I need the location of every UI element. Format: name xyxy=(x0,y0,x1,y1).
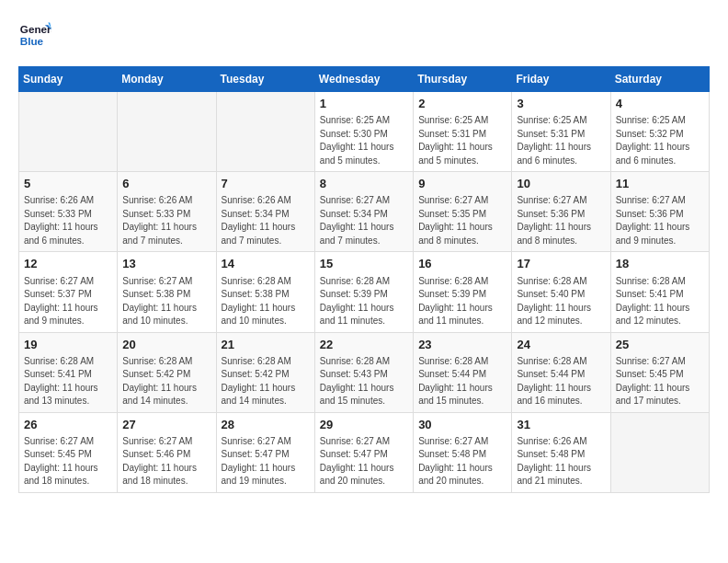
day-info: Sunrise: 6:27 AM Sunset: 5:36 PM Dayligh… xyxy=(517,194,605,247)
day-number: 17 xyxy=(517,256,605,272)
day-number: 21 xyxy=(222,337,310,353)
weekday-header-monday: Monday xyxy=(118,67,216,92)
day-info: Sunrise: 6:28 AM Sunset: 5:38 PM Dayligh… xyxy=(222,275,310,328)
day-info: Sunrise: 6:27 AM Sunset: 5:47 PM Dayligh… xyxy=(222,435,310,488)
calendar-cell: 8Sunrise: 6:27 AM Sunset: 5:34 PM Daylig… xyxy=(314,172,413,252)
weekday-header-thursday: Thursday xyxy=(414,67,512,92)
day-info: Sunrise: 6:27 AM Sunset: 5:37 PM Dayligh… xyxy=(24,275,112,328)
calendar-cell: 14Sunrise: 6:28 AM Sunset: 5:38 PM Dayli… xyxy=(216,252,314,332)
weekday-header-saturday: Saturday xyxy=(610,67,709,92)
calendar-week-1: 1Sunrise: 6:25 AM Sunset: 5:30 PM Daylig… xyxy=(19,92,710,172)
day-info: Sunrise: 6:28 AM Sunset: 5:44 PM Dayligh… xyxy=(418,355,506,408)
logo: General Blue xyxy=(18,18,55,52)
calendar-cell: 1Sunrise: 6:25 AM Sunset: 5:30 PM Daylig… xyxy=(314,92,413,172)
day-info: Sunrise: 6:27 AM Sunset: 5:46 PM Dayligh… xyxy=(122,435,210,488)
day-info: Sunrise: 6:25 AM Sunset: 5:31 PM Dayligh… xyxy=(517,114,605,167)
day-number: 15 xyxy=(320,256,408,272)
day-number: 16 xyxy=(418,256,506,272)
calendar-cell: 18Sunrise: 6:28 AM Sunset: 5:41 PM Dayli… xyxy=(610,252,709,332)
calendar-cell: 17Sunrise: 6:28 AM Sunset: 5:40 PM Dayli… xyxy=(512,252,610,332)
day-number: 1 xyxy=(320,96,408,112)
day-number: 7 xyxy=(222,176,310,192)
weekday-header-friday: Friday xyxy=(512,67,610,92)
calendar-cell: 24Sunrise: 6:28 AM Sunset: 5:44 PM Dayli… xyxy=(512,332,610,412)
calendar-cell: 7Sunrise: 6:26 AM Sunset: 5:34 PM Daylig… xyxy=(216,172,314,252)
calendar-cell: 31Sunrise: 6:26 AM Sunset: 5:48 PM Dayli… xyxy=(512,412,610,492)
day-info: Sunrise: 6:26 AM Sunset: 5:33 PM Dayligh… xyxy=(122,194,210,247)
day-number: 26 xyxy=(24,417,112,433)
day-number: 11 xyxy=(616,176,704,192)
day-number: 10 xyxy=(517,176,605,192)
day-number: 29 xyxy=(320,417,408,433)
day-number: 22 xyxy=(320,337,408,353)
day-info: Sunrise: 6:27 AM Sunset: 5:34 PM Dayligh… xyxy=(320,194,408,247)
calendar-cell: 16Sunrise: 6:28 AM Sunset: 5:39 PM Dayli… xyxy=(414,252,512,332)
day-info: Sunrise: 6:27 AM Sunset: 5:45 PM Dayligh… xyxy=(24,435,112,488)
calendar-table: SundayMondayTuesdayWednesdayThursdayFrid… xyxy=(18,66,710,493)
day-info: Sunrise: 6:28 AM Sunset: 5:41 PM Dayligh… xyxy=(24,355,112,408)
day-info: Sunrise: 6:27 AM Sunset: 5:48 PM Dayligh… xyxy=(418,435,506,488)
calendar-cell: 3Sunrise: 6:25 AM Sunset: 5:31 PM Daylig… xyxy=(512,92,610,172)
day-number: 18 xyxy=(616,256,704,272)
calendar-cell: 21Sunrise: 6:28 AM Sunset: 5:42 PM Dayli… xyxy=(216,332,314,412)
day-number: 2 xyxy=(418,96,506,112)
day-info: Sunrise: 6:26 AM Sunset: 5:34 PM Dayligh… xyxy=(222,194,310,247)
day-number: 14 xyxy=(222,256,310,272)
day-number: 28 xyxy=(222,417,310,433)
day-number: 25 xyxy=(616,337,704,353)
day-info: Sunrise: 6:27 AM Sunset: 5:36 PM Dayligh… xyxy=(616,194,704,247)
calendar-cell: 4Sunrise: 6:25 AM Sunset: 5:32 PM Daylig… xyxy=(610,92,709,172)
calendar-cell: 23Sunrise: 6:28 AM Sunset: 5:44 PM Dayli… xyxy=(414,332,512,412)
calendar-cell: 19Sunrise: 6:28 AM Sunset: 5:41 PM Dayli… xyxy=(19,332,118,412)
day-number: 13 xyxy=(122,256,210,272)
calendar-cell: 5Sunrise: 6:26 AM Sunset: 5:33 PM Daylig… xyxy=(19,172,118,252)
calendar-cell: 26Sunrise: 6:27 AM Sunset: 5:45 PM Dayli… xyxy=(19,412,118,492)
day-number: 30 xyxy=(418,417,506,433)
day-number: 3 xyxy=(517,96,605,112)
day-info: Sunrise: 6:27 AM Sunset: 5:47 PM Dayligh… xyxy=(320,435,408,488)
day-number: 19 xyxy=(24,337,112,353)
calendar-week-2: 5Sunrise: 6:26 AM Sunset: 5:33 PM Daylig… xyxy=(19,172,710,252)
calendar-cell: 27Sunrise: 6:27 AM Sunset: 5:46 PM Dayli… xyxy=(118,412,216,492)
calendar-cell: 29Sunrise: 6:27 AM Sunset: 5:47 PM Dayli… xyxy=(314,412,413,492)
svg-text:General: General xyxy=(20,23,51,35)
day-number: 24 xyxy=(517,337,605,353)
day-info: Sunrise: 6:28 AM Sunset: 5:42 PM Dayligh… xyxy=(122,355,210,408)
calendar-cell: 11Sunrise: 6:27 AM Sunset: 5:36 PM Dayli… xyxy=(610,172,709,252)
day-info: Sunrise: 6:26 AM Sunset: 5:33 PM Dayligh… xyxy=(24,194,112,247)
day-number: 23 xyxy=(418,337,506,353)
calendar-cell: 15Sunrise: 6:28 AM Sunset: 5:39 PM Dayli… xyxy=(314,252,413,332)
day-number: 5 xyxy=(24,176,112,192)
calendar-cell xyxy=(118,92,216,172)
day-number: 4 xyxy=(616,96,704,112)
calendar-week-3: 12Sunrise: 6:27 AM Sunset: 5:37 PM Dayli… xyxy=(19,252,710,332)
day-info: Sunrise: 6:28 AM Sunset: 5:41 PM Dayligh… xyxy=(616,275,704,328)
calendar-cell: 6Sunrise: 6:26 AM Sunset: 5:33 PM Daylig… xyxy=(118,172,216,252)
calendar-header-row: SundayMondayTuesdayWednesdayThursdayFrid… xyxy=(19,67,710,92)
calendar-cell: 28Sunrise: 6:27 AM Sunset: 5:47 PM Dayli… xyxy=(216,412,314,492)
weekday-header-sunday: Sunday xyxy=(19,67,118,92)
calendar-week-5: 26Sunrise: 6:27 AM Sunset: 5:45 PM Dayli… xyxy=(19,412,710,492)
day-info: Sunrise: 6:25 AM Sunset: 5:30 PM Dayligh… xyxy=(320,114,408,167)
calendar-cell xyxy=(216,92,314,172)
day-number: 8 xyxy=(320,176,408,192)
day-number: 31 xyxy=(517,417,605,433)
calendar-cell: 9Sunrise: 6:27 AM Sunset: 5:35 PM Daylig… xyxy=(414,172,512,252)
day-number: 27 xyxy=(122,417,210,433)
calendar-cell: 30Sunrise: 6:27 AM Sunset: 5:48 PM Dayli… xyxy=(414,412,512,492)
day-info: Sunrise: 6:28 AM Sunset: 5:39 PM Dayligh… xyxy=(320,275,408,328)
calendar-cell: 2Sunrise: 6:25 AM Sunset: 5:31 PM Daylig… xyxy=(414,92,512,172)
day-info: Sunrise: 6:28 AM Sunset: 5:44 PM Dayligh… xyxy=(517,355,605,408)
calendar-cell: 22Sunrise: 6:28 AM Sunset: 5:43 PM Dayli… xyxy=(314,332,413,412)
page-header: General Blue xyxy=(18,18,710,52)
day-info: Sunrise: 6:27 AM Sunset: 5:38 PM Dayligh… xyxy=(122,275,210,328)
calendar-cell: 20Sunrise: 6:28 AM Sunset: 5:42 PM Dayli… xyxy=(118,332,216,412)
calendar-cell: 13Sunrise: 6:27 AM Sunset: 5:38 PM Dayli… xyxy=(118,252,216,332)
day-number: 9 xyxy=(418,176,506,192)
weekday-header-tuesday: Tuesday xyxy=(216,67,314,92)
day-info: Sunrise: 6:27 AM Sunset: 5:35 PM Dayligh… xyxy=(418,194,506,247)
calendar-cell: 10Sunrise: 6:27 AM Sunset: 5:36 PM Dayli… xyxy=(512,172,610,252)
day-info: Sunrise: 6:25 AM Sunset: 5:32 PM Dayligh… xyxy=(616,114,704,167)
day-info: Sunrise: 6:26 AM Sunset: 5:48 PM Dayligh… xyxy=(517,435,605,488)
day-info: Sunrise: 6:28 AM Sunset: 5:39 PM Dayligh… xyxy=(418,275,506,328)
